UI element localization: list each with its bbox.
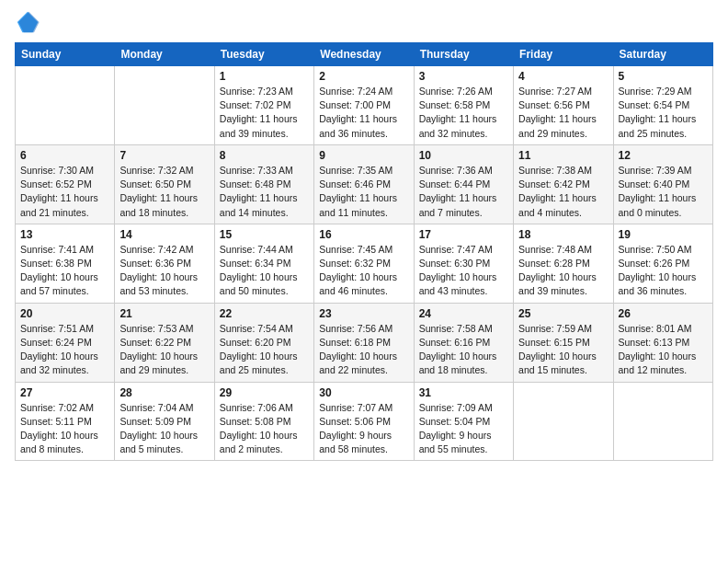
day-number: 26 — [619, 307, 708, 320]
day-number: 22 — [220, 307, 309, 320]
day-info: Sunrise: 7:53 AMSunset: 6:22 PMDaylight:… — [119, 322, 209, 378]
day-info: Sunrise: 7:24 AMSunset: 7:00 PMDaylight:… — [319, 85, 408, 141]
calendar-week-5: 27Sunrise: 7:02 AMSunset: 5:11 PMDayligh… — [16, 382, 713, 461]
calendar-cell: 15Sunrise: 7:44 AMSunset: 6:34 PMDayligh… — [214, 224, 313, 303]
day-info: Sunrise: 7:47 AMSunset: 6:30 PMDaylight:… — [419, 243, 508, 299]
day-info: Sunrise: 7:26 AMSunset: 6:58 PMDaylight:… — [419, 85, 508, 141]
day-number: 12 — [619, 149, 708, 162]
calendar-cell: 27Sunrise: 7:02 AMSunset: 5:11 PMDayligh… — [16, 382, 115, 461]
day-number: 5 — [619, 70, 708, 83]
calendar-cell: 1Sunrise: 7:23 AMSunset: 7:02 PMDaylight… — [214, 66, 313, 145]
day-info: Sunrise: 7:27 AMSunset: 6:56 PMDaylight:… — [518, 85, 608, 141]
day-info: Sunrise: 7:30 AMSunset: 6:52 PMDaylight:… — [20, 164, 109, 220]
day-info: Sunrise: 7:09 AMSunset: 5:04 PMDaylight:… — [419, 401, 508, 457]
day-number: 4 — [518, 70, 608, 83]
calendar-cell: 5Sunrise: 7:29 AMSunset: 6:54 PMDaylight… — [613, 66, 712, 145]
calendar-cell: 3Sunrise: 7:26 AMSunset: 6:58 PMDaylight… — [414, 66, 513, 145]
calendar-cell: 31Sunrise: 7:09 AMSunset: 5:04 PMDayligh… — [414, 382, 513, 461]
day-number: 13 — [20, 228, 109, 241]
day-info: Sunrise: 7:33 AMSunset: 6:48 PMDaylight:… — [220, 164, 309, 220]
calendar-cell: 2Sunrise: 7:24 AMSunset: 7:00 PMDaylight… — [314, 66, 414, 145]
day-number: 30 — [319, 386, 408, 399]
day-number: 14 — [119, 228, 209, 241]
day-info: Sunrise: 7:39 AMSunset: 6:40 PMDaylight:… — [619, 164, 708, 220]
calendar-cell: 4Sunrise: 7:27 AMSunset: 6:56 PMDaylight… — [514, 66, 613, 145]
calendar-table: SundayMondayTuesdayWednesdayThursdayFrid… — [15, 42, 713, 461]
calendar-week-4: 20Sunrise: 7:51 AMSunset: 6:24 PMDayligh… — [16, 303, 713, 382]
weekday-header-wednesday: Wednesday — [314, 43, 414, 66]
calendar-cell — [16, 66, 115, 145]
calendar-cell: 22Sunrise: 7:54 AMSunset: 6:20 PMDayligh… — [214, 303, 313, 382]
day-info: Sunrise: 7:36 AMSunset: 6:44 PMDaylight:… — [419, 164, 508, 220]
calendar-cell: 11Sunrise: 7:38 AMSunset: 6:42 PMDayligh… — [514, 144, 613, 224]
day-info: Sunrise: 7:51 AMSunset: 6:24 PMDaylight:… — [20, 322, 109, 378]
day-number: 23 — [319, 307, 408, 320]
day-number: 2 — [319, 70, 408, 83]
day-info: Sunrise: 7:48 AMSunset: 6:28 PMDaylight:… — [518, 243, 608, 299]
day-number: 7 — [119, 149, 209, 162]
calendar-cell — [514, 382, 613, 461]
day-info: Sunrise: 7:50 AMSunset: 6:26 PMDaylight:… — [619, 243, 708, 299]
day-number: 28 — [119, 386, 209, 399]
calendar-cell: 17Sunrise: 7:47 AMSunset: 6:30 PMDayligh… — [414, 224, 513, 303]
day-info: Sunrise: 7:35 AMSunset: 6:46 PMDaylight:… — [319, 164, 408, 220]
day-info: Sunrise: 7:38 AMSunset: 6:42 PMDaylight:… — [518, 164, 608, 220]
day-number: 29 — [220, 386, 309, 399]
weekday-header-monday: Monday — [115, 43, 214, 66]
calendar-week-1: 1Sunrise: 7:23 AMSunset: 7:02 PMDaylight… — [16, 66, 713, 145]
day-info: Sunrise: 7:45 AMSunset: 6:32 PMDaylight:… — [319, 243, 408, 299]
day-info: Sunrise: 7:07 AMSunset: 5:06 PMDaylight:… — [319, 401, 408, 457]
day-number: 31 — [419, 386, 508, 399]
calendar-cell: 8Sunrise: 7:33 AMSunset: 6:48 PMDaylight… — [214, 144, 313, 224]
day-number: 1 — [220, 70, 309, 83]
calendar-cell: 9Sunrise: 7:35 AMSunset: 6:46 PMDaylight… — [314, 144, 414, 224]
calendar-cell: 25Sunrise: 7:59 AMSunset: 6:15 PMDayligh… — [514, 303, 613, 382]
day-info: Sunrise: 8:01 AMSunset: 6:13 PMDaylight:… — [619, 322, 708, 378]
day-info: Sunrise: 7:04 AMSunset: 5:09 PMDaylight:… — [119, 401, 209, 457]
calendar-cell: 24Sunrise: 7:58 AMSunset: 6:16 PMDayligh… — [414, 303, 513, 382]
calendar-cell: 19Sunrise: 7:50 AMSunset: 6:26 PMDayligh… — [613, 224, 712, 303]
weekday-header-friday: Friday — [514, 43, 613, 66]
day-info: Sunrise: 7:29 AMSunset: 6:54 PMDaylight:… — [619, 85, 708, 141]
weekday-header-thursday: Thursday — [414, 43, 513, 66]
day-number: 25 — [518, 307, 608, 320]
calendar-cell: 12Sunrise: 7:39 AMSunset: 6:40 PMDayligh… — [613, 144, 712, 224]
day-number: 21 — [119, 307, 209, 320]
calendar-header: SundayMondayTuesdayWednesdayThursdayFrid… — [16, 43, 713, 66]
day-info: Sunrise: 7:02 AMSunset: 5:11 PMDaylight:… — [20, 401, 109, 457]
calendar-cell: 14Sunrise: 7:42 AMSunset: 6:36 PMDayligh… — [115, 224, 214, 303]
day-info: Sunrise: 7:41 AMSunset: 6:38 PMDaylight:… — [20, 243, 109, 299]
day-info: Sunrise: 7:32 AMSunset: 6:50 PMDaylight:… — [119, 164, 209, 220]
calendar-cell: 20Sunrise: 7:51 AMSunset: 6:24 PMDayligh… — [16, 303, 115, 382]
day-number: 18 — [518, 228, 608, 241]
calendar-cell — [613, 382, 712, 461]
calendar-cell: 16Sunrise: 7:45 AMSunset: 6:32 PMDayligh… — [314, 224, 414, 303]
day-number: 17 — [419, 228, 508, 241]
day-number: 11 — [518, 149, 608, 162]
header — [15, 9, 713, 35]
day-info: Sunrise: 7:54 AMSunset: 6:20 PMDaylight:… — [220, 322, 309, 378]
calendar-cell: 28Sunrise: 7:04 AMSunset: 5:09 PMDayligh… — [115, 382, 214, 461]
calendar-cell: 21Sunrise: 7:53 AMSunset: 6:22 PMDayligh… — [115, 303, 214, 382]
day-number: 15 — [220, 228, 309, 241]
calendar-cell: 26Sunrise: 8:01 AMSunset: 6:13 PMDayligh… — [613, 303, 712, 382]
day-number: 24 — [419, 307, 508, 320]
page: SundayMondayTuesdayWednesdayThursdayFrid… — [0, 0, 728, 563]
day-info: Sunrise: 7:42 AMSunset: 6:36 PMDaylight:… — [119, 243, 209, 299]
day-number: 19 — [619, 228, 708, 241]
day-number: 6 — [20, 149, 109, 162]
logo — [15, 9, 44, 35]
weekday-header-tuesday: Tuesday — [214, 43, 313, 66]
weekday-header-saturday: Saturday — [613, 43, 712, 66]
day-info: Sunrise: 7:59 AMSunset: 6:15 PMDaylight:… — [518, 322, 608, 378]
day-info: Sunrise: 7:56 AMSunset: 6:18 PMDaylight:… — [319, 322, 408, 378]
day-number: 3 — [419, 70, 508, 83]
day-info: Sunrise: 7:58 AMSunset: 6:16 PMDaylight:… — [419, 322, 508, 378]
calendar-cell: 29Sunrise: 7:06 AMSunset: 5:08 PMDayligh… — [214, 382, 313, 461]
calendar-cell: 18Sunrise: 7:48 AMSunset: 6:28 PMDayligh… — [514, 224, 613, 303]
day-number: 27 — [20, 386, 109, 399]
calendar-body: 1Sunrise: 7:23 AMSunset: 7:02 PMDaylight… — [16, 66, 713, 461]
calendar-cell: 30Sunrise: 7:07 AMSunset: 5:06 PMDayligh… — [314, 382, 414, 461]
calendar-cell — [115, 66, 214, 145]
day-number: 10 — [419, 149, 508, 162]
